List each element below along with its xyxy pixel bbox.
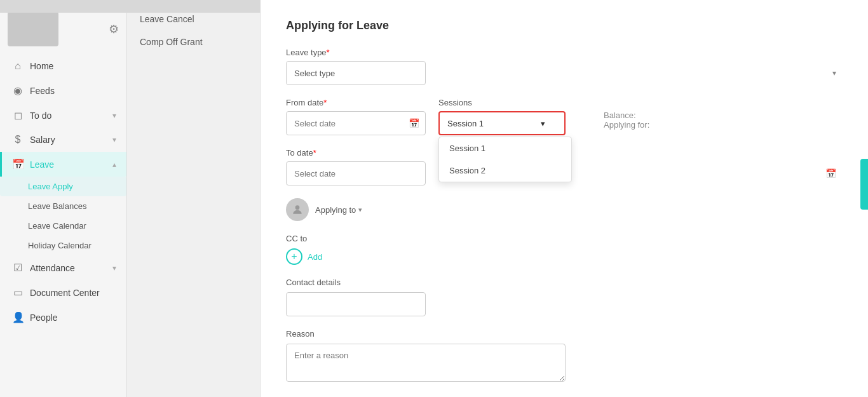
session-option-1[interactable]: Session 1 <box>439 137 571 159</box>
subitem-label: Leave Calendar <box>28 221 86 231</box>
subitem-label: Leave Balances <box>28 201 87 211</box>
sidebar-item-attendance[interactable]: ☑ Attendance ▾ <box>0 255 126 280</box>
to-date-input[interactable] <box>286 161 426 185</box>
cc-to-section: CC to + Add <box>286 234 843 265</box>
avatar <box>8 11 58 46</box>
sidebar-item-home[interactable]: ⌂ Home <box>0 54 126 78</box>
form-title: Applying for Leave <box>286 19 843 32</box>
main-content: Applying for Leave Leave type* Select ty… <box>261 0 868 397</box>
sidebar-subitem-holiday-calendar[interactable]: Holiday Calendar <box>0 236 126 255</box>
leave-type-select[interactable]: Select type <box>286 61 426 85</box>
applying-to-button[interactable]: Applying to ▾ <box>315 205 362 215</box>
contact-details-section: Contact details <box>286 278 843 316</box>
right-accent-bar <box>860 159 868 210</box>
document-icon: ▭ <box>12 286 24 299</box>
sidebar-item-label: Document Center <box>30 288 100 298</box>
from-date-label: From date* <box>286 98 426 107</box>
person-avatar-icon <box>286 198 309 221</box>
mid-item-comp-off-grant[interactable]: Comp Off Grant <box>127 30 260 53</box>
applying-to-chevron-icon: ▾ <box>358 206 362 214</box>
sessions-dropdown-wrapper: Session 1 ▾ Session 1 Session 2 <box>438 111 566 135</box>
mid-item-label: Comp Off Grant <box>140 37 203 47</box>
sidebar-item-label: To do <box>30 111 51 121</box>
gear-icon[interactable]: ⚙ <box>109 22 119 36</box>
chevron-down-icon: ▾ <box>112 264 116 273</box>
feeds-icon: ◉ <box>12 84 24 97</box>
contact-details-label: Contact details <box>286 278 843 287</box>
session-dropdown-arrow-icon: ▾ <box>541 119 545 128</box>
sidebar-item-feeds[interactable]: ◉ Feeds <box>0 78 126 103</box>
calendar-icon[interactable]: 📅 <box>825 168 836 178</box>
sidebar-item-label: Feeds <box>30 86 55 96</box>
sessions-select-button[interactable]: Session 1 ▾ <box>438 111 566 135</box>
add-label: Add <box>308 252 322 262</box>
sidebar-subitem-leave-balances[interactable]: Leave Balances <box>0 196 126 216</box>
sidebar-item-people[interactable]: 👤 People <box>0 305 126 330</box>
sessions-label: Sessions <box>438 98 566 107</box>
session-option-2[interactable]: Session 2 <box>439 159 571 182</box>
chevron-down-icon: ▾ <box>112 135 116 144</box>
dropdown-arrow-icon: ▾ <box>832 69 836 77</box>
sidebar-item-label: Leave <box>30 159 54 170</box>
reason-label: Reason <box>286 329 843 339</box>
salary-icon: $ <box>12 134 24 145</box>
add-cc-button[interactable]: + Add <box>286 248 843 265</box>
people-icon: 👤 <box>12 311 24 323</box>
subitem-label: Holiday Calendar <box>28 241 92 250</box>
sidebar-item-label: Home <box>30 61 53 71</box>
svg-point-0 <box>295 205 300 210</box>
sidebar-item-document-center[interactable]: ▭ Document Center <box>0 280 126 305</box>
from-date-wrapper: 📅 <box>286 111 426 135</box>
leave-type-select-wrapper: Select type ▾ <box>286 61 843 85</box>
applying-for-label: Applying for: <box>604 120 649 130</box>
reason-section: Reason <box>286 329 843 384</box>
sidebar-item-salary[interactable]: $ Salary ▾ <box>0 128 126 152</box>
chevron-down-icon: ▾ <box>112 111 116 120</box>
reason-textarea[interactable] <box>286 344 566 382</box>
sidebar-nav: ⌂ Home ◉ Feeds ◻ To do ▾ $ Salary ▾ 📅 Le… <box>0 54 126 397</box>
sidebar-item-label: People <box>30 313 58 323</box>
session-selected-value: Session 1 <box>447 119 484 128</box>
sidebar-subitem-leave-apply[interactable]: Leave Apply <box>0 177 126 196</box>
balance-area: Balance: Applying for: <box>604 98 649 130</box>
home-icon: ⌂ <box>12 60 24 72</box>
sidebar: ⚙ ⌂ Home ◉ Feeds ◻ To do ▾ $ Salary ▾ 📅 … <box>0 0 127 397</box>
sidebar-item-label: Attendance <box>30 263 75 273</box>
mid-panel: Leave Cancel Comp Off Grant <box>127 0 261 397</box>
from-date-input[interactable] <box>286 111 426 135</box>
applying-to-row: Applying to ▾ <box>286 198 843 221</box>
attendance-icon: ☑ <box>12 262 24 274</box>
sidebar-item-todo[interactable]: ◻ To do ▾ <box>0 103 126 128</box>
chevron-up-icon: ▴ <box>112 160 116 169</box>
contact-details-input[interactable] <box>286 292 426 316</box>
sidebar-item-label: Salary <box>30 135 55 145</box>
leave-icon: 📅 <box>12 158 24 170</box>
sidebar-subitem-leave-calendar[interactable]: Leave Calendar <box>0 216 126 236</box>
leave-type-label: Leave type* <box>286 48 843 57</box>
mid-item-label: Leave Cancel <box>140 14 194 24</box>
add-circle-icon: + <box>286 248 302 265</box>
balance-label: Balance: <box>604 111 649 120</box>
sidebar-item-leave[interactable]: 📅 Leave ▴ <box>0 152 126 177</box>
cc-to-label: CC to <box>286 234 843 243</box>
subitem-label: Leave Apply <box>28 182 73 191</box>
sessions-dropdown: Session 1 Session 2 <box>438 137 572 182</box>
todo-icon: ◻ <box>12 109 24 121</box>
